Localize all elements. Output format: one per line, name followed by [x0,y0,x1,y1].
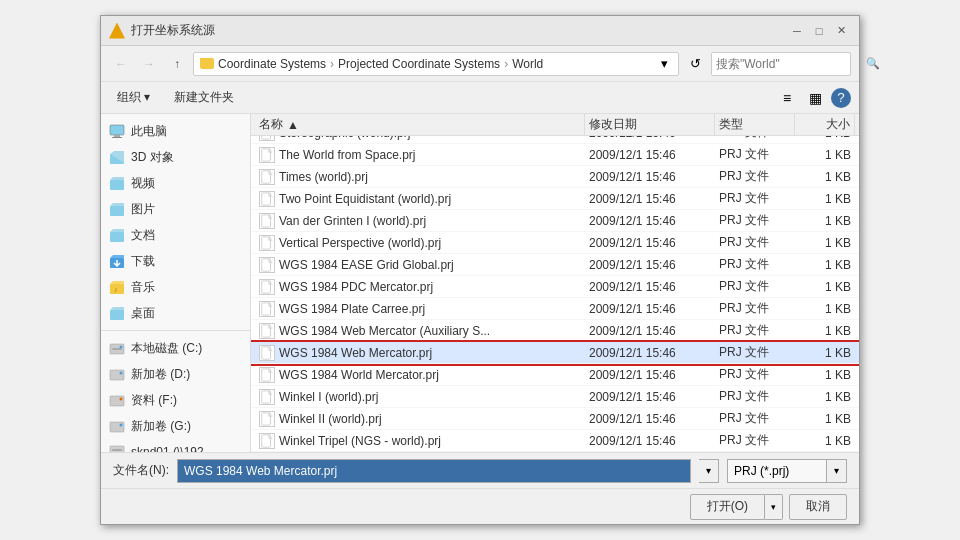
file-date-cell: 2009/12/1 15:46 [585,136,715,140]
forward-button[interactable]: → [137,52,161,76]
sidebar-item-video[interactable]: 视频 [101,170,250,196]
file-name: Winkel I (world).prj [279,390,378,404]
file-icon [259,279,275,295]
svg-point-13 [120,346,123,349]
file-list[interactable]: Sinusoidal (world).prj 2009/12/1 15:46 P… [251,136,859,452]
help-button[interactable]: ? [831,88,851,108]
sidebar-item-nas[interactable]: sknd01 (\\192... [101,439,250,452]
file-type-cell: PRJ 文件 [715,212,795,229]
search-input[interactable] [716,57,866,71]
breadcrumb-part1[interactable]: Coordinate Systems [218,57,326,71]
filetype-display: PRJ (*.prj) [727,459,827,483]
table-row[interactable]: Winkel Tripel (NGS - world).prj 2009/12/… [251,430,859,452]
file-name: Two Point Equidistant (world).prj [279,192,451,206]
organize-button[interactable]: 组织 ▾ [109,86,158,110]
breadcrumb-dropdown-button[interactable]: ▾ [656,52,672,76]
cancel-button[interactable]: 取消 [789,494,847,520]
sidebar-item-music[interactable]: ♪ 音乐 [101,274,250,300]
open-button[interactable]: 打开(O) [690,494,765,520]
dialog-icon [109,23,125,39]
music-icon: ♪ [109,279,125,295]
file-date-cell: 2009/12/1 15:46 [585,280,715,294]
main-area: 此电脑 3D 对象 视频 图 [101,114,859,452]
file-size-cell: 1 KB [795,324,855,338]
file-size-cell: 1 KB [795,170,855,184]
file-name-cell: Vertical Perspective (world).prj [255,235,585,251]
col-header-name[interactable]: 名称 ▲ [255,114,585,136]
file-name: WGS 1984 Web Mercator (Auxiliary S... [279,324,490,338]
file-size-cell: 1 KB [795,148,855,162]
svg-rect-1 [114,135,120,137]
table-row[interactable]: Vertical Perspective (world).prj 2009/12… [251,232,859,254]
file-name-cell: Winkel II (world).prj [255,411,585,427]
table-row[interactable]: WGS 1984 World Mercator.prj 2009/12/1 15… [251,364,859,386]
svg-rect-2 [112,137,122,138]
table-row[interactable]: Stereographic (world).prj 2009/12/1 15:4… [251,136,859,144]
breadcrumb[interactable]: Coordinate Systems › Projected Coordinat… [193,52,679,76]
filename-dropdown-button[interactable]: ▾ [699,459,719,483]
sidebar-item-download[interactable]: 下载 [101,248,250,274]
sidebar-item-drive-f[interactable]: 资料 (F:) [101,387,250,413]
file-size-cell: 1 KB [795,192,855,206]
table-row[interactable]: WGS 1984 EASE Grid Global.prj 2009/12/1 … [251,254,859,276]
svg-rect-27 [262,136,271,139]
view-details-button[interactable]: ▦ [803,86,827,110]
sidebar-item-this-pc[interactable]: 此电脑 [101,118,250,144]
sidebar-item-pic[interactable]: 图片 [101,196,250,222]
sort-arrow-icon: ▲ [287,118,299,132]
search-bar[interactable]: 🔍 [711,52,851,76]
view-toggle-button[interactable]: ≡ [775,86,799,110]
table-row[interactable]: WGS 1984 Web Mercator.prj 2009/12/1 15:4… [251,342,859,364]
file-icon [259,433,275,449]
sidebar-item-drive-d[interactable]: 新加卷 (D:) [101,361,250,387]
sidebar-item-3d[interactable]: 3D 对象 [101,144,250,170]
maximize-button[interactable]: □ [809,21,829,41]
col-header-size[interactable]: 大小 [795,114,855,136]
table-row[interactable]: Van der Grinten I (world).prj 2009/12/1 … [251,210,859,232]
filetype-dropdown-button[interactable]: ▾ [827,459,847,483]
table-row[interactable]: WGS 1984 Web Mercator (Auxiliary S... 20… [251,320,859,342]
open-dialog: 打开坐标系统源 ─ □ ✕ ← → ↑ Coordinate Systems ›… [100,15,860,525]
up-button[interactable]: ↑ [165,52,189,76]
table-row[interactable]: WGS 1984 Plate Carree.prj 2009/12/1 15:4… [251,298,859,320]
file-type-cell: PRJ 文件 [715,278,795,295]
table-row[interactable]: The World from Space.prj 2009/12/1 15:46… [251,144,859,166]
sidebar-item-desktop[interactable]: 桌面 [101,300,250,326]
sidebar-item-drive-c[interactable]: 本地磁盘 (C:) [101,335,250,361]
svg-rect-5 [110,206,124,216]
file-icon [259,136,275,141]
file-size-cell: 1 KB [795,390,855,404]
col-header-date[interactable]: 修改日期 [585,114,715,136]
3d-icon [109,149,125,165]
new-folder-button[interactable]: 新建文件夹 [166,86,242,110]
action-buttons-bar: 打开(O) ▾ 取消 [101,488,859,524]
open-dropdown-button[interactable]: ▾ [765,494,783,520]
open-button-group: 打开(O) ▾ [690,494,783,520]
file-name: WGS 1984 EASE Grid Global.prj [279,258,454,272]
refresh-button[interactable]: ↺ [683,52,707,76]
minimize-button[interactable]: ─ [787,21,807,41]
sidebar-item-doc[interactable]: 文档 [101,222,250,248]
col-header-type[interactable]: 类型 [715,114,795,136]
file-name: Van der Grinten I (world).prj [279,214,426,228]
breadcrumb-part2[interactable]: Projected Coordinate Systems [338,57,500,71]
view-list-icon: ≡ [783,90,791,106]
table-row[interactable]: Winkel II (world).prj 2009/12/1 15:46 PR… [251,408,859,430]
filename-input[interactable] [177,459,691,483]
table-row[interactable]: WGS 1984 PDC Mercator.prj 2009/12/1 15:4… [251,276,859,298]
sidebar-item-drive-g[interactable]: 新加卷 (G:) [101,413,250,439]
sidebar: 此电脑 3D 对象 视频 图 [101,114,251,452]
file-type-cell: PRJ 文件 [715,388,795,405]
breadcrumb-part3[interactable]: World [512,57,543,71]
file-name: WGS 1984 Plate Carree.prj [279,302,425,316]
file-date-cell: 2009/12/1 15:46 [585,258,715,272]
table-row[interactable]: Times (world).prj 2009/12/1 15:46 PRJ 文件… [251,166,859,188]
file-date-cell: 2009/12/1 15:46 [585,148,715,162]
table-row[interactable]: Two Point Equidistant (world).prj 2009/1… [251,188,859,210]
file-date-cell: 2009/12/1 15:46 [585,302,715,316]
back-button[interactable]: ← [109,52,133,76]
sidebar-label-drive-c: 本地磁盘 (C:) [131,340,202,357]
table-row[interactable]: Winkel I (world).prj 2009/12/1 15:46 PRJ… [251,386,859,408]
sidebar-label-nas: sknd01 (\\192... [131,445,214,452]
close-button[interactable]: ✕ [831,21,851,41]
